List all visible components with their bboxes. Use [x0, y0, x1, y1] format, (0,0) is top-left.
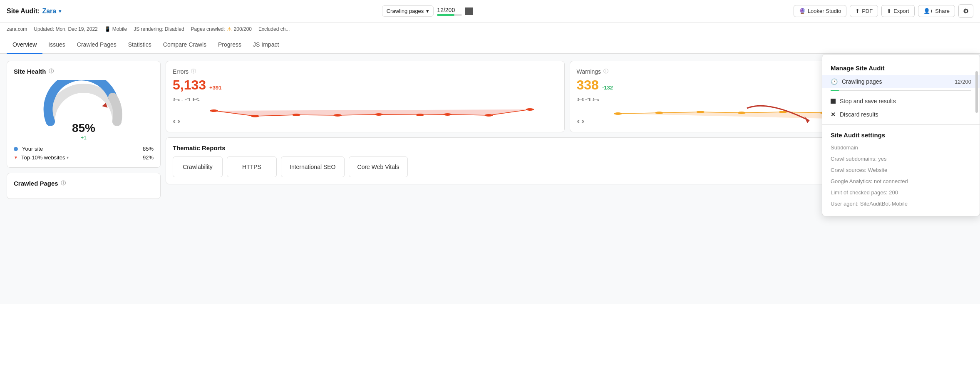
- thematic-core-web-vitals[interactable]: Core Web Vitals: [349, 156, 408, 177]
- errors-info-icon[interactable]: ⓘ: [191, 68, 196, 75]
- scrollbar-thumb[interactable]: [975, 71, 978, 113]
- discard-x-icon: ✕: [831, 111, 836, 118]
- dropdown-stop-label: Stop and save results: [840, 98, 971, 104]
- dropdown-crawling-count: 12/200: [955, 79, 971, 85]
- setting-crawl-subdomains: Crawl subdomains: yes: [822, 153, 980, 164]
- dropdown-stop-item[interactable]: Stop and save results: [822, 94, 980, 108]
- crawling-label: Crawling pages: [387, 8, 424, 14]
- warnings-delta: -132: [602, 84, 613, 91]
- nav-compare-crawls[interactable]: Compare Crawls: [157, 36, 212, 54]
- dropdown-progress-wrap: [822, 88, 980, 94]
- svg-point-8: [375, 113, 383, 116]
- progress-wrap: 12/200: [437, 7, 462, 16]
- svg-point-7: [333, 114, 342, 117]
- updated-text: Updated: Mon, Dec 19, 2022: [34, 26, 97, 32]
- svg-point-12: [526, 108, 534, 111]
- nav-issues[interactable]: Issues: [42, 36, 71, 54]
- share-label: Share: [935, 8, 950, 14]
- errors-label-row: Errors ⓘ: [173, 68, 558, 75]
- crawling-status-btn[interactable]: Crawling pages ▾: [382, 5, 434, 17]
- domain: zara.com: [7, 26, 27, 32]
- header: Site Audit: Zara ▾ Crawling pages ▾ 12/2…: [0, 0, 980, 22]
- header-center: Crawling pages ▾ 12/200: [66, 5, 789, 17]
- site-health-title: Site Health ⓘ: [14, 68, 154, 75]
- crawled-pages-card: Crawled Pages ⓘ: [7, 173, 161, 199]
- site-health-info-icon[interactable]: ⓘ: [49, 68, 54, 75]
- thematic-https[interactable]: HTTPS: [227, 156, 277, 177]
- setting-limit-pages: Limit of checked pages: 200: [822, 187, 980, 198]
- crawled-pages-info-icon[interactable]: ⓘ: [61, 180, 66, 187]
- setting-subdomain: Subdomain: [822, 142, 980, 153]
- svg-point-19: [737, 112, 746, 114]
- page-count: 12/200: [437, 7, 462, 13]
- svg-point-4: [210, 109, 218, 112]
- warning-icon: ⚠: [227, 26, 232, 32]
- svg-point-17: [655, 112, 663, 114]
- mobile-icon: 📱: [104, 26, 111, 32]
- nav-progress[interactable]: Progress: [212, 36, 247, 54]
- subheader: zara.com Updated: Mon, Dec 19, 2022 📱 Mo…: [0, 22, 980, 36]
- your-site-dot: [14, 147, 18, 151]
- legend: Your site 85% ▼ Top-10% websites ▾ 92%: [14, 146, 154, 161]
- excluded-text: Excluded ch...: [258, 26, 290, 32]
- share-button[interactable]: 👤+ Share: [918, 5, 955, 17]
- legend-your-site-left: Your site: [14, 146, 43, 152]
- svg-point-20: [779, 111, 787, 113]
- looker-studio-button[interactable]: 🔮 Looker Studio: [794, 5, 846, 17]
- gauge-delta: +1: [81, 135, 87, 141]
- errors-value: 5,133: [173, 77, 206, 93]
- pdf-button[interactable]: ⬆ PDF: [850, 5, 878, 17]
- your-site-label: Your site: [22, 146, 43, 152]
- svg-text:845: 845: [577, 97, 600, 102]
- device-info: 📱 Mobile: [104, 26, 127, 32]
- svg-point-10: [443, 113, 452, 116]
- svg-text:0: 0: [173, 119, 180, 124]
- export-icon: ⬆: [887, 8, 891, 14]
- gauge-svg: [42, 80, 125, 126]
- top10-chevron-icon[interactable]: ▾: [67, 155, 69, 160]
- dropdown-crawling-item[interactable]: 🕐 Crawling pages 12/200: [822, 75, 980, 88]
- warnings-info-icon[interactable]: ⓘ: [603, 68, 608, 75]
- crawled-pages-label: Crawled Pages: [14, 180, 58, 187]
- nav-statistics[interactable]: Statistics: [122, 36, 157, 54]
- legend-top10-left: ▼ Top-10% websites ▾: [14, 154, 69, 161]
- nav-crawled-pages[interactable]: Crawled Pages: [71, 36, 122, 54]
- thematic-international-seo[interactable]: International SEO: [281, 156, 345, 177]
- setting-crawl-sources: Crawl sources: Website: [822, 164, 980, 176]
- svg-text:0: 0: [577, 119, 584, 124]
- site-chevron-icon[interactable]: ▾: [59, 8, 61, 14]
- crawling-chevron-icon: ▾: [426, 8, 429, 14]
- header-actions: 🔮 Looker Studio ⬆ PDF ⬆ Export 👤+ Share …: [794, 4, 973, 18]
- header-title: Site Audit: Zara ▾: [7, 7, 61, 15]
- progress-bar-fill: [437, 14, 454, 16]
- errors-card: Errors ⓘ 5,133 +391 5.4K 0: [166, 61, 565, 132]
- crawled-pages-title: Crawled Pages ⓘ: [14, 180, 154, 187]
- legend-your-site: Your site 85%: [14, 146, 154, 152]
- nav-overview[interactable]: Overview: [7, 36, 42, 54]
- site-name[interactable]: Zara: [42, 7, 56, 15]
- setting-user-agent: User agent: SiteAuditBot-Mobile: [822, 198, 980, 209]
- top10-label: Top-10% websites: [21, 154, 65, 161]
- dropdown-crawling-label: Crawling pages: [842, 78, 950, 85]
- dropdown-discard-item[interactable]: ✕ Discard results: [822, 108, 980, 121]
- title-prefix: Site Audit:: [7, 7, 40, 15]
- settings-button[interactable]: ⚙: [958, 4, 973, 18]
- dropdown-discard-label: Discard results: [840, 111, 971, 118]
- dropdown-divider: [822, 124, 980, 125]
- stop-button[interactable]: [465, 7, 473, 15]
- export-button[interactable]: ⬆ Export: [881, 5, 915, 17]
- svg-point-16: [614, 112, 622, 115]
- progress-bar-container: [437, 14, 462, 16]
- thematic-crawlability[interactable]: Crawlability: [173, 156, 223, 177]
- warnings-label: Warnings: [577, 68, 601, 75]
- pages-count: 200/200: [234, 26, 252, 32]
- svg-point-18: [696, 111, 705, 113]
- manage-site-audit-dropdown: Manage Site Audit 🕐 Crawling pages 12/20…: [822, 54, 980, 216]
- looker-label: Looker Studio: [808, 8, 841, 14]
- js-rendering: JS rendering: Disabled: [134, 26, 184, 32]
- top10-value: 92%: [143, 154, 154, 161]
- nav-js-impact[interactable]: JS Impact: [247, 36, 285, 54]
- svg-point-6: [292, 114, 300, 116]
- dropdown-progress-track: [831, 90, 971, 91]
- pages-label: Pages crawled:: [191, 26, 225, 32]
